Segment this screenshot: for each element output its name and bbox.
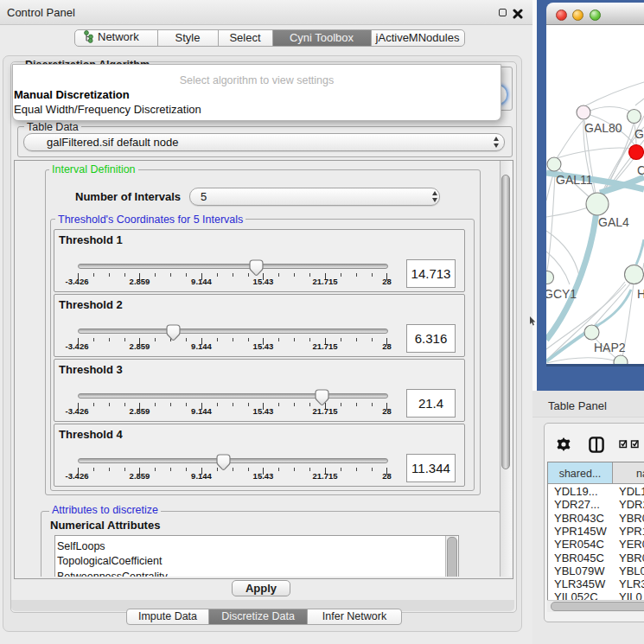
svg-text:GAL4: GAL4 — [598, 215, 629, 229]
svg-text:GA: GA — [634, 127, 644, 141]
svg-text:HAP2: HAP2 — [594, 341, 626, 354]
svg-text:GAL80: GAL80 — [584, 121, 622, 135]
svg-text:GAL11: GAL11 — [556, 173, 593, 187]
svg-text:GCY1: GCY1 — [546, 287, 577, 301]
svg-text:C: C — [637, 163, 644, 177]
svg-text:H: H — [637, 287, 644, 301]
